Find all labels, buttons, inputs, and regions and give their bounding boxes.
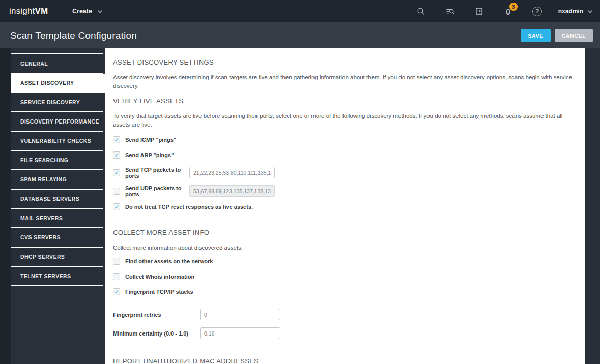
logo-part-vm: VM <box>35 6 48 16</box>
arp-pings-label: Send ARP "pings" <box>125 152 174 158</box>
section-spacer <box>113 346 577 357</box>
sidebar-item-asset-discovery[interactable]: ASSET DISCOVERY <box>11 74 105 93</box>
sidebar-item-spam-relaying[interactable]: SPAM RELAYING <box>11 170 103 190</box>
username-label: nxadmin <box>558 8 583 15</box>
insightvm-logo[interactable]: insightVM <box>0 0 59 22</box>
sidebar-item-file-searching[interactable]: FILE SEARCHING <box>11 151 103 170</box>
udp-ports-checkbox[interactable] <box>113 188 120 195</box>
tcp-reset-label: Do not treat TCP reset responses as live… <box>125 204 253 210</box>
udp-ports-input[interactable] <box>189 185 275 197</box>
tcp-reset-checkbox[interactable] <box>113 203 120 210</box>
notification-badge: 3 <box>509 3 518 11</box>
whois-checkbox[interactable] <box>113 273 120 280</box>
top-navbar: insightVM Create 3 ? nxadmin <box>0 0 600 22</box>
cancel-button[interactable]: CANCEL <box>555 29 593 42</box>
fingerprint-retries-label: Fingerprint retries <box>113 312 200 318</box>
section-heading-mac-addresses: REPORT UNAUTHORIZED MAC ADDRESSES <box>113 357 577 364</box>
reports-icon <box>474 7 484 16</box>
section-spacer <box>113 218 577 229</box>
sidebar-list: GENERAL ASSET DISCOVERY SERVICE DISCOVER… <box>11 53 103 286</box>
sidebar-item-vulnerability-checks[interactable]: VULNERABILITY CHECKS <box>11 132 103 151</box>
checkbox-row-find-assets: Find other assets on the network <box>113 258 577 265</box>
help-icon: ? <box>532 7 542 16</box>
left-rail <box>0 48 11 364</box>
icmp-pings-checkbox[interactable] <box>113 136 120 143</box>
help-button[interactable]: ? <box>523 0 552 22</box>
chevron-down-icon <box>97 9 103 14</box>
sidebar-item-mail-servers[interactable]: MAIL SERVERS <box>11 209 103 228</box>
verify-description: To verify that target assets are live be… <box>113 112 577 129</box>
sidebar-item-discovery-performance[interactable]: DISCOVERY PERFORMANCE <box>11 112 103 132</box>
create-menu-label: Create <box>72 8 92 15</box>
checkbox-row-tcp-ports: Send TCP packets to ports <box>113 167 577 179</box>
field-row-minimum-certainty: Minimum certainty (0.0 - 1.0) <box>113 327 577 339</box>
field-row-fingerprint-retries: Fingerprint retries <box>113 309 577 320</box>
fingerprint-label: Fingerprint TCP/IP stacks <box>125 289 193 295</box>
section-heading-settings: ASSET DISCOVERY SETTINGS <box>113 58 577 66</box>
tcp-ports-label: Send TCP packets to ports <box>125 167 186 179</box>
settings-sidebar: GENERAL ASSET DISCOVERY SERVICE DISCOVER… <box>11 48 103 364</box>
sidebar-item-dhcp-servers[interactable]: DHCP SERVERS <box>11 248 103 267</box>
fingerprint-retries-input[interactable] <box>200 309 280 320</box>
user-menu[interactable]: nxadmin <box>552 0 600 22</box>
checkbox-row-udp-ports: Send UDP packets to ports <box>113 185 577 197</box>
section-heading-verify-live-assets: VERIFY LIVE ASSETS <box>113 97 577 105</box>
sidebar-item-cvs-servers[interactable]: CVS SERVERS <box>11 228 103 248</box>
page-header: Scan Template Configuration SAVE CANCEL <box>0 22 600 48</box>
section-spacer <box>113 304 577 309</box>
logo-part-insight: insight <box>9 6 35 16</box>
udp-ports-label: Send UDP packets to ports <box>125 185 186 197</box>
asset-discovery-panel: ASSET DISCOVERY SETTINGS Asset discovery… <box>105 48 585 364</box>
checkbox-row-tcp-reset: Do not treat TCP reset responses as live… <box>113 203 577 210</box>
save-button[interactable]: SAVE <box>521 29 550 42</box>
sidebar-item-service-discovery[interactable]: SERVICE DISCOVERY <box>11 93 103 112</box>
reports-button[interactable] <box>465 0 494 22</box>
find-assets-checkbox[interactable] <box>113 258 120 265</box>
checkbox-row-fingerprint: Fingerprint TCP/IP stacks <box>113 288 577 295</box>
right-rail <box>585 48 600 364</box>
create-menu[interactable]: Create <box>59 0 116 22</box>
icmp-pings-label: Send ICMP "pings" <box>125 137 176 143</box>
minimum-certainty-input[interactable] <box>200 327 280 339</box>
page-title: Scan Template Configuration <box>10 30 521 41</box>
collect-description: Collect more information about discovere… <box>113 244 577 252</box>
advanced-search-icon <box>445 7 455 16</box>
settings-description: Asset discovery involves determining if … <box>113 73 577 90</box>
arp-pings-checkbox[interactable] <box>113 151 120 159</box>
tcp-ports-input[interactable] <box>189 167 275 178</box>
find-assets-label: Find other assets on the network <box>125 258 213 264</box>
fingerprint-checkbox[interactable] <box>113 288 120 295</box>
advanced-search-button[interactable] <box>436 0 465 22</box>
search-icon <box>416 7 426 16</box>
sidebar-item-general[interactable]: GENERAL <box>11 54 103 74</box>
whois-label: Collect Whois information <box>125 274 194 280</box>
checkbox-row-icmp: Send ICMP "pings" <box>113 136 577 143</box>
notifications-button[interactable]: 3 <box>494 0 523 22</box>
sidebar-item-database-servers[interactable]: DATABASE SERVERS <box>11 190 103 209</box>
search-button[interactable] <box>407 0 436 22</box>
tcp-ports-checkbox[interactable] <box>113 169 120 176</box>
content-shell: GENERAL ASSET DISCOVERY SERVICE DISCOVER… <box>0 48 600 364</box>
checkbox-row-arp: Send ARP "pings" <box>113 151 577 159</box>
checkbox-row-whois: Collect Whois information <box>113 273 577 280</box>
minimum-certainty-label: Minimum certainty (0.0 - 1.0) <box>113 330 200 337</box>
section-heading-collect-info: COLLECT MORE ASSET INFO <box>113 229 577 236</box>
navbar-spacer <box>116 0 407 22</box>
sidebar-item-telnet-servers[interactable]: TELNET SERVERS <box>11 267 103 286</box>
chevron-down-icon <box>587 9 593 14</box>
